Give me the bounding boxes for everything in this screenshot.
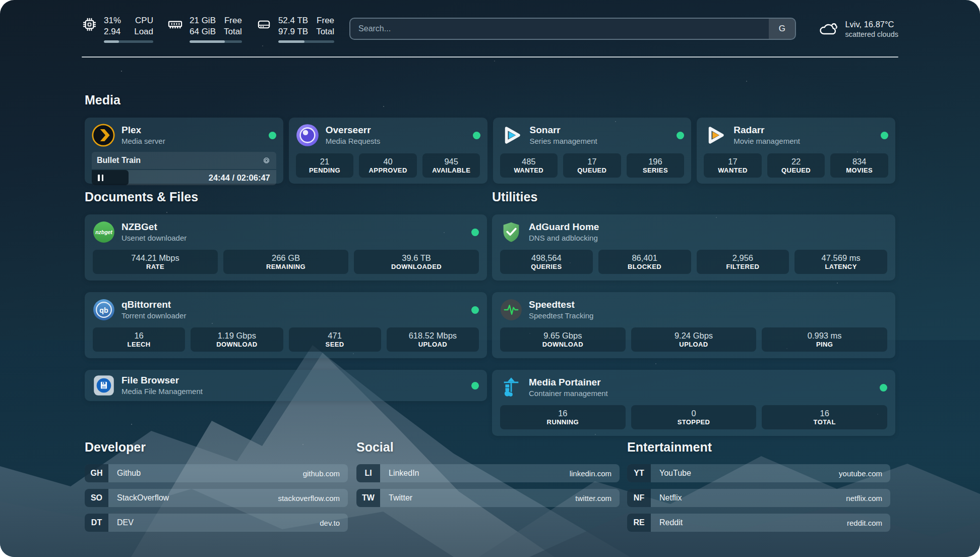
radarr-name: Radarr: [733, 125, 800, 136]
stat-label: SEED: [326, 341, 344, 348]
search-area: G: [349, 18, 796, 40]
link-name: Reddit: [651, 514, 847, 532]
now-playing-title: Bullet Train: [97, 156, 141, 165]
now-playing-options-icon[interactable]: [262, 156, 271, 165]
search-bar: G: [349, 18, 796, 40]
portainer-stat-total: 16 TOTAL: [762, 405, 887, 429]
stat-value: 0.993 ms: [808, 331, 842, 340]
weather-condition: scattered clouds: [845, 30, 898, 38]
link-dev[interactable]: DT DEV dev.to: [85, 514, 348, 532]
qbittorrent-stat-leech: 16 LEECH: [93, 327, 185, 352]
now-playing-progress[interactable]: 24:44 / 02:06:47: [92, 170, 276, 185]
portainer-subtitle: Container management: [529, 389, 608, 398]
utilities-section-title: Utilities: [492, 190, 895, 204]
link-abbr: RE: [627, 514, 651, 532]
plex-card[interactable]: Plex Media server Bullet Train: [85, 118, 283, 184]
pause-icon[interactable]: [98, 175, 103, 181]
disk-total-value: 97.9 TB: [278, 26, 308, 37]
stat-value: 40: [383, 157, 392, 166]
link-name: Github: [108, 464, 303, 482]
link-name: YouTube: [651, 464, 839, 482]
overseerr-stat-approved: 40 APPROVED: [359, 153, 417, 178]
stat-label: DOWNLOAD: [216, 341, 257, 348]
sonarr-subtitle: Series management: [530, 137, 597, 145]
link-stackoverflow[interactable]: SO StackOverflow stackoverflow.com: [85, 489, 348, 507]
sonarr-card[interactable]: Sonarr Series management 485 WANTED 17 Q…: [493, 118, 692, 184]
nzbget-card[interactable]: nzbget NZBGet Usenet downloader 744.21 M…: [85, 214, 487, 281]
search-provider-button[interactable]: G: [769, 19, 795, 39]
filebrowser-card[interactable]: File Browser Media File Management: [85, 370, 487, 401]
link-netflix[interactable]: NF Netflix netflix.com: [627, 489, 890, 507]
cpu-label: CPU: [135, 15, 153, 26]
search-input[interactable]: [350, 19, 769, 39]
weather-location-temp: Lviv, 16.87°C: [845, 20, 898, 29]
nzbget-stat-rate: 744.21 Mbps RATE: [93, 250, 218, 274]
stat-label: QUEUED: [781, 167, 811, 174]
disk-progress-fill: [278, 40, 304, 43]
link-reddit[interactable]: RE Reddit reddit.com: [627, 514, 890, 532]
stat-value: 834: [852, 157, 867, 166]
link-github[interactable]: GH Github github.com: [85, 464, 348, 482]
stat-value: 47.569 ms: [822, 253, 861, 262]
filebrowser-subtitle: Media File Management: [121, 387, 203, 396]
stat-label: SERIES: [643, 167, 668, 174]
nzbget-icon-text: nzbget: [95, 230, 112, 235]
link-linkedin[interactable]: LI LinkedIn linkedin.com: [356, 464, 620, 482]
stat-label: PENDING: [309, 167, 340, 174]
radarr-card[interactable]: Radarr Movie management 17 WANTED 22 QUE…: [697, 118, 895, 184]
cloud-icon: [818, 20, 838, 37]
stat-label: FILTERED: [726, 263, 759, 270]
link-youtube[interactable]: YT YouTube youtube.com: [627, 464, 890, 482]
link-name: DEV: [108, 514, 320, 532]
top-bar: 31%CPU 2.94Load: [82, 15, 898, 43]
qbittorrent-card[interactable]: qb qBittorrent Torrent downloader 16 LEE…: [85, 292, 487, 358]
stat-label: PING: [816, 341, 833, 348]
stat-label: STOPPED: [678, 419, 710, 426]
qbittorrent-stat-upload: 618.52 Mbps UPLOAD: [387, 327, 479, 352]
plex-name: Plex: [121, 125, 165, 136]
stat-value: 744.21 Mbps: [131, 253, 179, 262]
cpu-widget: 31%CPU 2.94Load: [82, 15, 153, 43]
memory-progress-fill: [190, 40, 225, 43]
link-url: linkedin.com: [570, 464, 620, 482]
sonarr-name: Sonarr: [530, 125, 597, 136]
link-abbr: DT: [85, 514, 108, 532]
adguard-stat-latency: 47.569 ms LATENCY: [794, 250, 887, 274]
stat-label: LEECH: [128, 341, 151, 348]
nzbget-subtitle: Usenet downloader: [121, 234, 187, 242]
link-url: stackoverflow.com: [278, 489, 348, 507]
portainer-card[interactable]: Media Portainer Container management 16 …: [492, 370, 895, 436]
stat-value: 16: [820, 409, 829, 418]
nzbget-stat-remaining: 266 GB REMAINING: [223, 250, 348, 274]
qbittorrent-name: qBittorrent: [121, 300, 186, 310]
adguard-subtitle: DNS and adblocking: [529, 234, 599, 242]
stat-value: 9.24 Gbps: [675, 331, 713, 340]
sonarr-status-dot: [677, 132, 684, 139]
portainer-stat-running: 16 RUNNING: [500, 405, 626, 429]
stat-value: 39.6 TB: [402, 253, 431, 262]
disk-progress-bar: [278, 40, 334, 43]
qbittorrent-stat-download: 1.19 Gbps DOWNLOAD: [191, 327, 283, 352]
stat-label: BLOCKED: [628, 263, 661, 270]
plex-icon: [92, 124, 115, 147]
overseerr-card[interactable]: Overseerr Media Requests 21 PENDING 40 A…: [289, 118, 487, 184]
adguard-stat-blocked: 86,401 BLOCKED: [598, 250, 691, 274]
link-abbr: YT: [627, 464, 651, 482]
link-url: twitter.com: [575, 489, 620, 507]
section-utilities: Utilities AdGuard Home DNS and adblockin…: [492, 190, 895, 436]
link-url: youtube.com: [839, 464, 890, 482]
adguard-card[interactable]: AdGuard Home DNS and adblocking 498,564 …: [492, 214, 895, 281]
snow-particles: [0, 0, 1, 1]
qbittorrent-icon-text: qb: [99, 306, 108, 314]
section-entertainment: Entertainment YT YouTube youtube.com NF …: [627, 440, 890, 532]
overseerr-stat-available: 945 AVAILABLE: [422, 153, 480, 178]
section-social: Social LI LinkedIn linkedin.com TW Twitt…: [356, 440, 620, 507]
link-name: LinkedIn: [380, 464, 570, 482]
stat-label: APPROVED: [369, 167, 407, 174]
speedtest-card[interactable]: Speedtest Speedtest Tracking 9.65 Gbps D…: [492, 292, 895, 358]
plex-status-dot: [269, 132, 276, 139]
portainer-stat-stopped: 0 STOPPED: [631, 405, 757, 429]
speedtest-name: Speedtest: [529, 300, 593, 310]
stat-label: QUERIES: [531, 263, 562, 270]
link-twitter[interactable]: TW Twitter twitter.com: [356, 489, 620, 507]
